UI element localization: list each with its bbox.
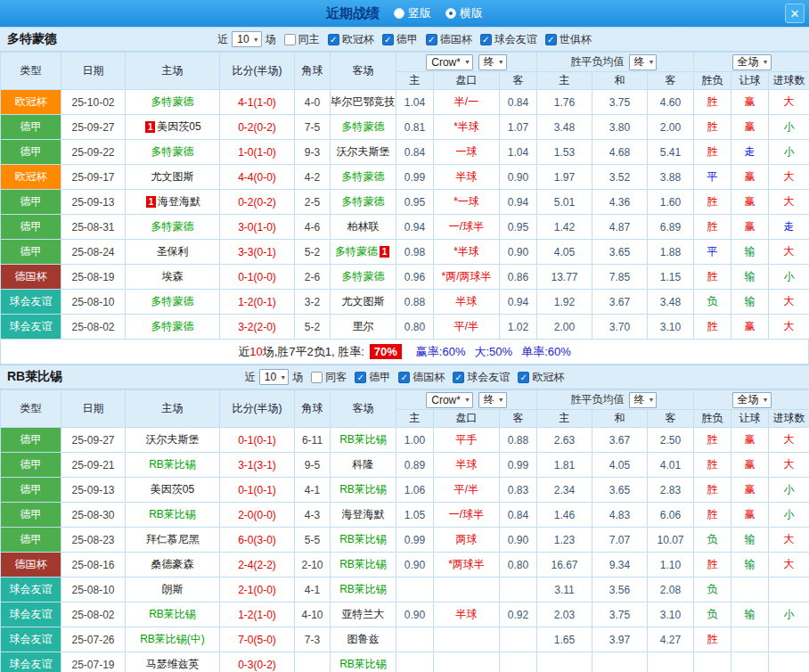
away-team-name: 亚特兰大 xyxy=(342,608,385,620)
match-count-select[interactable]: 10▼ xyxy=(259,369,289,385)
handicap xyxy=(434,627,500,652)
league-checkbox[interactable]: ✓球会友谊 xyxy=(480,32,537,47)
competition-badge: 德甲 xyxy=(1,453,61,478)
close-icon[interactable]: ✕ xyxy=(785,4,805,23)
match-date: 25-08-23 xyxy=(61,528,126,553)
handicap-flag xyxy=(731,578,769,602)
match-row: 德甲25-09-22多特蒙德1-0(1-0)9-3沃尔夫斯堡0.84一球1.04… xyxy=(1,140,809,165)
winloss-flag: 胜 xyxy=(694,190,731,215)
home-team-name: 拜仁慕尼黑 xyxy=(146,533,200,545)
corner-count: 5-2 xyxy=(295,315,331,340)
home-team-name: RB莱比锡 xyxy=(149,508,196,520)
europe-odds-value: 3.75 xyxy=(592,90,648,115)
match-date: 25-09-21 xyxy=(61,453,126,478)
red-card-badge: 1 xyxy=(146,196,156,208)
match-date: 25-08-30 xyxy=(61,503,126,528)
winloss-flag: 胜 xyxy=(694,553,731,578)
checkbox-checked-icon: ✓ xyxy=(328,34,339,45)
away-team: 沃尔夫斯堡 xyxy=(331,140,396,165)
asian-odds-value: 0.92 xyxy=(500,602,537,627)
same-venue-checkbox[interactable]: 同主 xyxy=(284,32,320,47)
league-checkbox[interactable]: ✓德甲 xyxy=(355,370,390,385)
checkbox-checked-icon: ✓ xyxy=(518,372,529,383)
goals-flag: 小 xyxy=(769,478,809,503)
league-checkbox[interactable]: ✓欧冠杯 xyxy=(518,370,564,385)
header-group-row: 类型日期主场比分(半场)角球客场Crow*▼终▼胜平负均值终▼全场▼ xyxy=(1,53,809,72)
europe-odds-value: 4.60 xyxy=(648,90,694,115)
goals-flag: 大 xyxy=(769,453,809,478)
chevron-down-icon: ▼ xyxy=(464,397,470,403)
europe-odds-value: 3.52 xyxy=(592,165,648,190)
sub-column-header: 主 xyxy=(537,410,592,428)
league-checkbox[interactable]: ✓欧冠杯 xyxy=(328,32,374,47)
layout-horizontal-label: 横版 xyxy=(460,5,483,21)
winloss-stage-select[interactable]: 终▼ xyxy=(629,392,658,408)
home-team-name: 尤文图斯 xyxy=(151,170,194,183)
europe-odds-value: 3.67 xyxy=(592,428,648,453)
score: 1-2(0-1) xyxy=(220,290,295,315)
match-row: 球会友谊25-07-26RB莱比锡(中)7-0(5-0)7-3图鲁兹1.653.… xyxy=(1,627,809,652)
handicap-flag: 走 xyxy=(731,140,769,165)
home-team-name: 多特蒙德 xyxy=(151,295,194,307)
match-count-select[interactable]: 10▼ xyxy=(232,31,261,47)
winloss-flag: 负 xyxy=(694,528,731,553)
score: 0-1(0-0) xyxy=(220,265,295,290)
asian-odds-value: 0.99 xyxy=(396,528,434,553)
column-header: 角球 xyxy=(295,53,331,90)
corner-count: 4-1 xyxy=(295,478,331,503)
competition-badge: 球会友谊 xyxy=(1,627,61,652)
league-checkbox-label: 德甲 xyxy=(396,32,418,47)
handicap: *一球 xyxy=(434,190,500,215)
matches-label: 场 xyxy=(292,370,303,385)
winloss-stage-select[interactable]: 终▼ xyxy=(629,54,658,70)
handicap: 半球 xyxy=(434,602,500,627)
asian-odds-value: 0.81 xyxy=(396,115,434,140)
odds-company-select[interactable]: Crow*▼ xyxy=(426,392,473,408)
league-checkbox[interactable]: ✓德甲 xyxy=(382,32,418,47)
same-venue-checkbox[interactable]: 同客 xyxy=(311,370,347,385)
checkbox-checked-icon: ✓ xyxy=(453,372,464,383)
layout-radio-vertical[interactable]: 竖版 xyxy=(394,5,431,21)
match-date: 25-07-19 xyxy=(61,652,126,672)
summary-text: 近 xyxy=(238,344,249,360)
result-scope-select[interactable]: 全场▼ xyxy=(732,54,772,70)
match-row: 德甲25-09-131海登海默0-2(0-2)2-5多特蒙德0.95*一球0.9… xyxy=(1,190,809,215)
europe-odds-value: 2.00 xyxy=(537,315,592,340)
away-team-name: RB莱比锡 xyxy=(339,583,387,595)
winloss-flag: 胜 xyxy=(694,90,731,115)
result-scope-select[interactable]: 全场▼ xyxy=(732,392,772,408)
score: 1-2(1-0) xyxy=(220,602,295,627)
score: 4-4(0-0) xyxy=(220,165,295,190)
score: 0-2(0-2) xyxy=(220,190,295,215)
europe-odds-value: 4.83 xyxy=(592,503,648,528)
corner-count: 6-11 xyxy=(295,428,331,453)
chevron-down-icon: ▼ xyxy=(649,397,655,403)
league-checkbox[interactable]: ✓德国杯 xyxy=(426,32,472,47)
asian-odds-value: 0.88 xyxy=(396,290,434,315)
summary-text: 大:50% xyxy=(475,344,513,360)
winloss-average-label: 胜平负均值 xyxy=(571,55,625,68)
odds-company-select[interactable]: Crow*▼ xyxy=(426,54,473,70)
winloss-flag: 胜 xyxy=(694,315,731,340)
checkbox-checked-icon: ✓ xyxy=(426,34,437,45)
europe-odds-value: 3.56 xyxy=(592,578,648,602)
competition-badge: 德甲 xyxy=(1,215,61,240)
sub-column-header: 和 xyxy=(592,72,648,90)
results-table: 类型日期主场比分(半场)角球客场Crow*▼终▼胜平负均值终▼全场▼主盘口客主和… xyxy=(0,52,809,340)
league-checkbox[interactable]: ✓德国杯 xyxy=(398,370,445,385)
odds-company-select-value: Crow* xyxy=(431,56,461,69)
layout-radio-horizontal[interactable]: 横版 xyxy=(445,5,483,21)
competition-badge: 球会友谊 xyxy=(1,315,61,340)
section-header: 多特蒙德近10▼场同主✓欧冠杯✓德甲✓德国杯✓球会友谊✓世俱杯 xyxy=(0,27,809,52)
sub-column-header: 客 xyxy=(500,72,537,90)
league-checkbox[interactable]: ✓球会友谊 xyxy=(453,370,510,385)
europe-odds-value: 1.53 xyxy=(537,140,592,165)
competition-badge: 德国杯 xyxy=(1,265,61,290)
odds-stage-select[interactable]: 终▼ xyxy=(478,392,507,408)
asian-odds-value: 0.84 xyxy=(500,503,537,528)
odds-stage-select[interactable]: 终▼ xyxy=(478,54,507,70)
column-header: 比分(半场) xyxy=(220,390,295,428)
league-checkbox[interactable]: ✓世俱杯 xyxy=(545,32,592,47)
league-checkbox-label: 欧冠杯 xyxy=(342,32,374,47)
away-team-name: 多特蒙德 xyxy=(342,170,385,183)
